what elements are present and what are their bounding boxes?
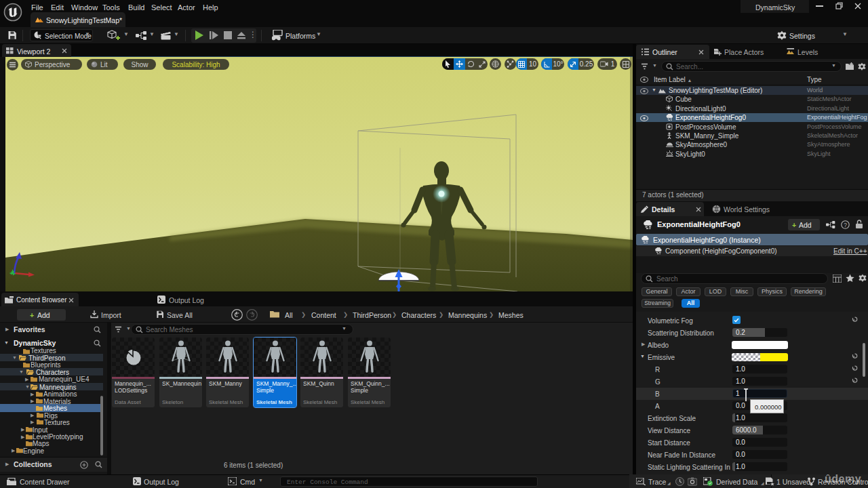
svg-text:?: ? xyxy=(844,222,847,228)
